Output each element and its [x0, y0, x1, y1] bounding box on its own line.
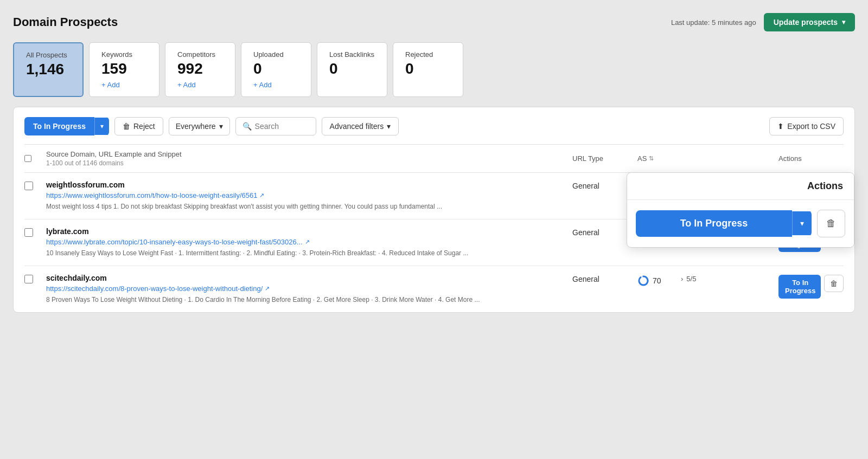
row-1-domain-name: weightlossforum.com: [46, 180, 572, 189]
row-3-as-score: 70: [653, 276, 661, 285]
header-domain-sub: 1-100 out of 1146 domains: [46, 159, 182, 167]
row-3-pages-arrow: ›: [681, 275, 683, 283]
location-filter-label: Everywhere: [176, 122, 216, 131]
export-icon: ⬆: [777, 122, 784, 131]
row-1-url-link[interactable]: https://www.weightlossforum.com/t/how-to…: [46, 191, 257, 199]
advanced-filters-chevron-icon: ▾: [387, 122, 391, 131]
overlay-move-dropdown-button[interactable]: ▾: [792, 211, 812, 235]
row-3-pages-count: 5/5: [686, 275, 696, 283]
overlay-move-button-split[interactable]: To In Progress ▾: [636, 210, 812, 237]
tab-lost-count: 0: [329, 61, 375, 77]
header-url-type-label: URL Type: [572, 154, 603, 163]
row-3-pages-cell: › 5/5: [681, 274, 778, 283]
row-actions-overlay: Actions To In Progress ▾ 🗑: [627, 172, 854, 248]
header-right: Last update: 5 minutes ago Update prospe…: [671, 13, 855, 31]
row-3-as-cell: 70: [637, 274, 681, 287]
external-link-icon: ↗: [265, 285, 270, 292]
tab-keywords-add[interactable]: + Add: [101, 81, 147, 89]
tab-all-prospects-count: 1,146: [26, 61, 71, 78]
tab-uploaded-label: Uploaded: [253, 50, 299, 59]
tab-competitors-label: Competitors: [177, 50, 223, 59]
row-2-domain-url: https://www.lybrate.com/topic/10-insanel…: [46, 238, 572, 246]
reject-button[interactable]: 🗑 Reject: [114, 117, 163, 135]
tab-rejected-label: Rejected: [405, 50, 451, 59]
reject-label: Reject: [133, 122, 155, 131]
page-title: Domain Prospects: [13, 15, 118, 29]
row-2-domain-name: lybrate.com: [46, 227, 572, 236]
search-input[interactable]: [255, 122, 309, 131]
last-update-label: Last update: 5 minutes ago: [671, 18, 756, 27]
search-icon: 🔍: [242, 122, 252, 131]
advanced-filters-label: Advanced filters: [330, 122, 384, 131]
tab-uploaded[interactable]: Uploaded 0 + Add: [241, 42, 311, 97]
row-1-checkbox[interactable]: [24, 182, 33, 190]
location-filter-chevron-icon: ▾: [219, 122, 223, 131]
row-1-checkbox-cell[interactable]: [24, 180, 46, 190]
row-2-checkbox[interactable]: [24, 228, 33, 237]
row-3-as-circle-icon: [637, 275, 649, 287]
sort-icon: ⇅: [649, 155, 654, 162]
search-box[interactable]: 🔍: [235, 117, 316, 135]
tab-keywords-label: Keywords: [101, 50, 147, 59]
external-link-icon: ↗: [259, 192, 264, 199]
row-1-snippet: Most weight loss 4 tips 1. Do not skip b…: [46, 202, 572, 211]
row-3-snippet: 8 Proven Ways To Lose Weight Without Die…: [46, 295, 572, 305]
overlay-header: Actions: [627, 173, 854, 200]
row-1-wrapper: weightlossforum.com https://www.weightlo…: [24, 172, 844, 219]
tab-rejected[interactable]: Rejected 0: [393, 42, 463, 97]
external-link-icon: ↗: [305, 238, 310, 245]
row-1-domain-url: https://www.weightlossforum.com/t/how-to…: [46, 191, 572, 199]
overlay-move-main-button[interactable]: To In Progress: [636, 210, 792, 237]
update-prospects-button[interactable]: Update prospects ▾: [764, 13, 855, 31]
tab-competitors-add[interactable]: + Add: [177, 81, 223, 89]
header-checkbox-cell[interactable]: [24, 150, 46, 167]
export-label: Export to CSV: [787, 122, 835, 131]
tab-uploaded-count: 0: [253, 61, 299, 77]
header-domain-cell: Source Domain, URL Example and Snippet 1…: [46, 150, 572, 167]
main-panel: To In Progress ▾ 🗑 Reject Everywhere ▾ 🔍…: [13, 107, 855, 313]
advanced-filters-button[interactable]: Advanced filters ▾: [322, 117, 399, 135]
tab-rejected-count: 0: [405, 61, 451, 77]
toolbar: To In Progress ▾ 🗑 Reject Everywhere ▾ 🔍…: [24, 117, 844, 135]
row-3-action-split-button[interactable]: To In Progress ▾: [778, 275, 821, 299]
header-actions-cell: Actions: [778, 150, 844, 167]
export-to-csv-button[interactable]: ⬆ Export to CSV: [769, 117, 844, 135]
row-3-checkbox-cell[interactable]: [24, 274, 46, 283]
select-all-checkbox[interactable]: [24, 155, 31, 162]
table-header: Source Domain, URL Example and Snippet 1…: [24, 144, 844, 172]
move-to-in-progress-dropdown-button[interactable]: ▾: [94, 118, 109, 135]
header-actions-label: Actions: [778, 154, 802, 163]
update-prospects-chevron-icon: ▾: [842, 18, 845, 26]
tab-keywords[interactable]: Keywords 159 + Add: [89, 42, 159, 97]
row-3-move-button[interactable]: To In Progress: [778, 275, 821, 299]
tab-keywords-count: 159: [101, 61, 147, 77]
row-3-url-type: General: [572, 274, 637, 283]
tab-competitors[interactable]: Competitors 992 + Add: [165, 42, 235, 97]
move-to-in-progress-split-button[interactable]: To In Progress ▾: [24, 117, 109, 135]
table-row: scitechdaily.com https://scitechdaily.co…: [24, 266, 844, 312]
header-url-type-cell: URL Type: [572, 150, 637, 167]
update-prospects-label: Update prospects: [774, 18, 838, 27]
overlay-body: To In Progress ▾ 🗑: [627, 200, 854, 247]
row-3-domain-url: https://scitechdaily.com/8-proven-ways-t…: [46, 285, 572, 293]
row-3-delete-button[interactable]: 🗑: [824, 275, 844, 292]
location-filter-dropdown[interactable]: Everywhere ▾: [169, 117, 230, 135]
tab-all-prospects-label: All Prospects: [26, 51, 71, 59]
row-3-domain-name: scitechdaily.com: [46, 274, 572, 282]
tab-lost-label: Lost Backlinks: [329, 50, 375, 59]
tab-cards: All Prospects 1,146 Keywords 159 + Add C…: [13, 42, 855, 97]
overlay-delete-button[interactable]: 🗑: [817, 210, 845, 237]
row-3-url-link[interactable]: https://scitechdaily.com/8-proven-ways-t…: [46, 285, 263, 293]
move-to-in-progress-button[interactable]: To In Progress: [24, 117, 94, 135]
header-domain-label: Source Domain, URL Example and Snippet: [46, 150, 182, 158]
page-header: Domain Prospects Last update: 5 minutes …: [13, 13, 855, 31]
tab-lost-backlinks[interactable]: Lost Backlinks 0: [317, 42, 387, 97]
tab-all-prospects[interactable]: All Prospects 1,146: [13, 42, 84, 97]
row-2-url-link[interactable]: https://www.lybrate.com/topic/10-insanel…: [46, 238, 303, 246]
header-as-label: AS: [637, 154, 647, 163]
tab-uploaded-add[interactable]: + Add: [253, 81, 299, 89]
row-2-checkbox-cell[interactable]: [24, 227, 46, 237]
row-1-domain-cell: weightlossforum.com https://www.weightlo…: [46, 180, 572, 211]
header-as-cell: AS ⇅: [637, 150, 681, 167]
row-3-checkbox[interactable]: [24, 275, 33, 283]
